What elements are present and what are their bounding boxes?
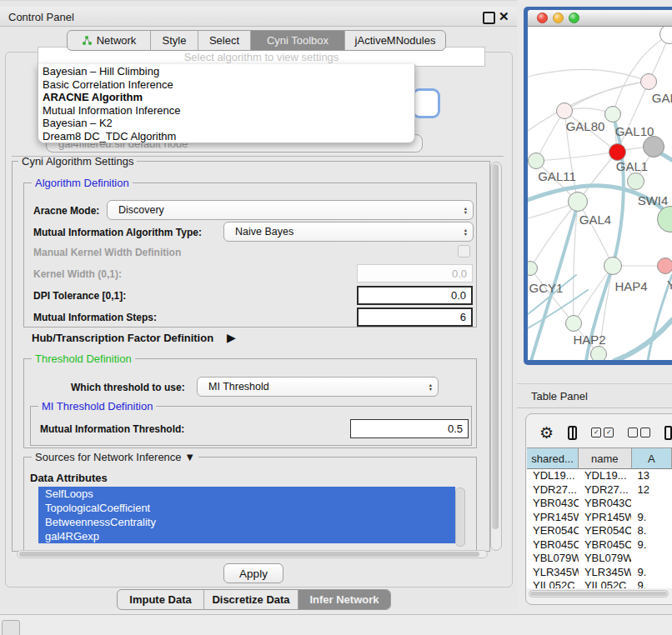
table-cell: YDL19... bbox=[527, 469, 579, 483]
mi-threshold-label: Mutual Information Threshold: bbox=[40, 423, 184, 435]
table-row[interactable]: YBR045CYBR045C9. bbox=[527, 538, 672, 552]
apply-button[interactable]: Apply bbox=[223, 563, 283, 583]
graph-node[interactable] bbox=[604, 257, 622, 275]
algorithm-option[interactable]: Mutual Information Inference bbox=[38, 104, 414, 118]
bottom-tab-bar: Impute DataDiscretize DataInfer Network bbox=[117, 589, 391, 610]
node-label: Y bbox=[667, 278, 672, 292]
mi-threshold-field[interactable]: 0.5 bbox=[350, 419, 469, 438]
tab-label: Select bbox=[209, 34, 239, 47]
table-row[interactable]: YBL079WYBL079W bbox=[527, 552, 672, 566]
table-row[interactable]: YER054CYER054C8. bbox=[527, 524, 672, 538]
table-cell: YBR043C bbox=[579, 497, 632, 511]
mi-steps-field[interactable]: 6 bbox=[357, 308, 473, 327]
table-cell: 8. bbox=[631, 524, 672, 538]
which-threshold-select[interactable]: MI Threshold ▴▾ bbox=[197, 377, 439, 397]
attribute-item[interactable]: TopologicalCoefficient bbox=[38, 501, 455, 515]
graph-node[interactable] bbox=[640, 73, 657, 90]
network-icon bbox=[82, 35, 93, 46]
checked-box-icon: ✓ bbox=[604, 428, 614, 438]
graph-node[interactable] bbox=[568, 192, 588, 212]
table-row[interactable]: YIL052CYIL052C9. bbox=[527, 579, 672, 588]
table-row[interactable]: YBR043CYBR043C bbox=[527, 497, 672, 511]
scrollbar-thumb[interactable] bbox=[19, 552, 479, 557]
float-window-icon[interactable] bbox=[483, 12, 495, 24]
graph-node[interactable] bbox=[556, 102, 573, 119]
column-header[interactable]: A bbox=[632, 448, 672, 469]
table-row[interactable]: YPR145WYPR145W9. bbox=[527, 511, 672, 525]
minimize-traffic-light-icon[interactable] bbox=[553, 12, 564, 23]
corner-widget[interactable] bbox=[2, 620, 20, 635]
table-header-row: shared...nameA bbox=[527, 448, 672, 469]
table-cell: YPR145W bbox=[579, 511, 632, 525]
graph-node[interactable] bbox=[528, 152, 544, 169]
close-icon[interactable]: ✕ bbox=[499, 9, 509, 24]
attributes-scrollbar[interactable] bbox=[455, 488, 465, 547]
algorithm-option[interactable]: Basic Correlation Inference bbox=[38, 78, 414, 92]
attribute-item[interactable]: BetweennessCentrality bbox=[38, 515, 455, 529]
table-panel-title: Table Panel bbox=[531, 390, 588, 402]
graph-node[interactable] bbox=[609, 143, 626, 161]
manual-kernel-checkbox[interactable] bbox=[458, 245, 470, 258]
table-row[interactable]: YLR345WYLR345W9. bbox=[527, 566, 672, 580]
close-traffic-light-icon[interactable] bbox=[537, 12, 548, 23]
graph-node[interactable] bbox=[604, 106, 621, 122]
algorithm-option[interactable]: Bayesian – K2 bbox=[38, 117, 414, 130]
stepper-icon: ▴▾ bbox=[429, 382, 432, 391]
tab-label: Style bbox=[163, 34, 187, 47]
aracne-mode-select[interactable]: Discovery ▴▾ bbox=[107, 200, 474, 220]
algorithm-option[interactable]: Dream8 DC_TDC Algorithm bbox=[38, 130, 414, 143]
which-threshold-value: MI Threshold bbox=[208, 381, 269, 392]
attribute-item[interactable]: gal4RGexp bbox=[38, 529, 455, 543]
tab-select[interactable]: Select bbox=[198, 31, 251, 50]
gear-icon[interactable]: ⚙ bbox=[539, 425, 554, 441]
dpi-tolerance-field[interactable]: 0.0 bbox=[357, 286, 473, 305]
tab-cyni-toolbox[interactable]: Cyni Toolbox bbox=[251, 31, 345, 50]
table-cell: 9. bbox=[631, 579, 672, 588]
select-all-icon[interactable]: ✓✓ bbox=[591, 428, 614, 438]
tab-jactivemnodules[interactable]: jActiveMNodules bbox=[345, 31, 445, 50]
scrollbar-thumb[interactable] bbox=[492, 164, 499, 529]
graph-node[interactable] bbox=[590, 346, 607, 360]
graph-node[interactable] bbox=[565, 315, 582, 332]
node-label: GAL1 bbox=[616, 159, 648, 173]
tab-discretize-data[interactable]: Discretize Data bbox=[204, 590, 298, 609]
document-icon[interactable] bbox=[664, 426, 672, 440]
algorithm-option[interactable]: Bayesian – Hill Climbing bbox=[38, 65, 414, 78]
sources-title[interactable]: Sources for Network Inference ▼ bbox=[32, 451, 198, 463]
network-window-titlebar[interactable] bbox=[528, 10, 672, 27]
expand-right-icon[interactable]: ▶ bbox=[227, 331, 236, 344]
mi-type-select[interactable]: Naive Bayes ▴▾ bbox=[223, 222, 474, 242]
column-header[interactable]: shared... bbox=[527, 448, 579, 469]
table-row[interactable]: YDR27...YDR27...12 bbox=[527, 483, 672, 498]
table-cell: YER054C bbox=[579, 524, 632, 538]
tab-network[interactable]: Network bbox=[68, 31, 151, 50]
table-cell: YBL079W bbox=[527, 552, 579, 566]
graph-node[interactable] bbox=[643, 136, 664, 158]
column-header[interactable]: name bbox=[579, 448, 632, 469]
top-tab-bar: NetworkStyleSelectCyni ToolboxjActiveMNo… bbox=[67, 30, 446, 51]
tab-impute-data[interactable]: Impute Data bbox=[118, 590, 204, 609]
attribute-item[interactable]: SelfLoops bbox=[38, 487, 455, 501]
zoom-traffic-light-icon[interactable] bbox=[569, 12, 579, 23]
aracne-mode-value: Discovery bbox=[118, 204, 164, 216]
columns-icon[interactable] bbox=[568, 426, 577, 440]
hub-definition-label[interactable]: Hub/Transcription Factor Definition bbox=[32, 332, 213, 344]
table-horizontal-scrollbar[interactable] bbox=[529, 590, 669, 598]
graph-node[interactable] bbox=[657, 258, 672, 274]
tab-style[interactable]: Style bbox=[151, 31, 198, 50]
settings-vertical-scrollbar[interactable] bbox=[490, 162, 502, 551]
tab-label: Discretize Data bbox=[212, 593, 289, 606]
cyni-settings-title: Cyni Algorithm Settings bbox=[18, 155, 137, 168]
settings-horizontal-scrollbar[interactable] bbox=[17, 550, 488, 558]
algorithm-option[interactable]: ARACNE Algorithm bbox=[38, 91, 414, 104]
network-canvas[interactable]: GAL7GAL80GAL10GAL1GAL11SWI4GAL4GCY1HAP4Y… bbox=[528, 27, 672, 360]
deselect-all-icon[interactable] bbox=[628, 428, 650, 438]
graph-node[interactable] bbox=[627, 172, 644, 190]
node-label: HAP4 bbox=[614, 279, 647, 293]
table-cell: YIL052C bbox=[579, 579, 632, 588]
scrollbar-thumb[interactable] bbox=[530, 592, 667, 596]
table-row[interactable]: YDL19...YDL19...13 bbox=[527, 469, 672, 483]
table-cell: 9. bbox=[631, 511, 672, 525]
collapse-down-icon: ▼ bbox=[184, 451, 195, 463]
tab-infer-network[interactable]: Infer Network bbox=[298, 590, 390, 609]
